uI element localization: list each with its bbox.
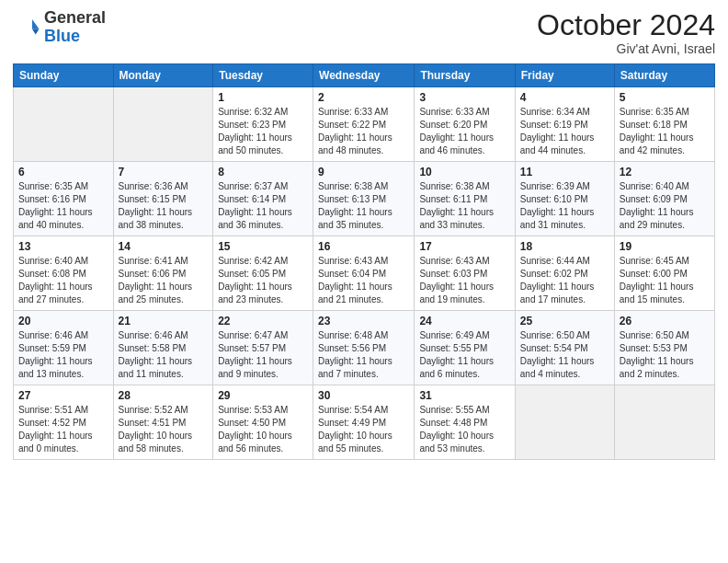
calendar-cell: 9Sunrise: 6:38 AM Sunset: 6:13 PM Daylig… [313,162,415,236]
day-info: Sunrise: 6:40 AM Sunset: 6:08 PM Dayligh… [18,255,108,306]
calendar-cell: 1Sunrise: 6:32 AM Sunset: 6:23 PM Daylig… [213,87,313,162]
day-info: Sunrise: 6:44 AM Sunset: 6:02 PM Dayligh… [520,255,609,306]
day-number: 22 [218,315,308,327]
calendar-cell: 7Sunrise: 6:36 AM Sunset: 6:15 PM Daylig… [113,162,213,236]
day-number: 6 [18,166,108,178]
calendar-cell: 13Sunrise: 6:40 AM Sunset: 6:08 PM Dayli… [14,236,114,311]
calendar-cell: 29Sunrise: 5:53 AM Sunset: 4:50 PM Dayli… [213,385,313,460]
calendar-cell: 30Sunrise: 5:54 AM Sunset: 4:49 PM Dayli… [313,385,415,460]
day-info: Sunrise: 6:35 AM Sunset: 6:16 PM Dayligh… [18,180,108,232]
calendar-cell: 15Sunrise: 6:42 AM Sunset: 6:05 PM Dayli… [213,236,313,311]
calendar-week-row: 6Sunrise: 6:35 AM Sunset: 6:16 PM Daylig… [14,162,715,236]
day-info: Sunrise: 6:40 AM Sunset: 6:09 PM Dayligh… [620,180,710,232]
calendar-cell: 17Sunrise: 6:43 AM Sunset: 6:03 PM Dayli… [415,236,515,311]
day-number: 3 [419,91,509,104]
calendar-cell: 31Sunrise: 5:55 AM Sunset: 4:48 PM Dayli… [415,385,515,460]
calendar-cell: 28Sunrise: 5:52 AM Sunset: 4:51 PM Dayli… [113,385,213,460]
day-number: 4 [520,91,609,104]
calendar-cell: 5Sunrise: 6:35 AM Sunset: 6:18 PM Daylig… [614,87,714,162]
day-info: Sunrise: 6:46 AM Sunset: 5:59 PM Dayligh… [18,329,108,381]
day-info: Sunrise: 6:34 AM Sunset: 6:19 PM Dayligh… [520,106,609,157]
day-number: 10 [419,166,509,178]
day-number: 16 [318,240,409,253]
calendar-header-tuesday: Tuesday [213,64,313,87]
calendar-cell: 26Sunrise: 6:50 AM Sunset: 5:53 PM Dayli… [614,311,714,385]
day-info: Sunrise: 6:32 AM Sunset: 6:23 PM Dayligh… [218,106,308,157]
day-info: Sunrise: 6:48 AM Sunset: 5:56 PM Dayligh… [318,329,409,381]
location-title: Giv'at Avni, Israel [537,41,715,56]
calendar-cell: 12Sunrise: 6:40 AM Sunset: 6:09 PM Dayli… [614,162,714,236]
day-number: 13 [18,240,108,253]
day-number: 20 [18,315,108,327]
day-info: Sunrise: 6:37 AM Sunset: 6:14 PM Dayligh… [218,180,308,232]
logo-icon [13,14,40,41]
calendar-cell: 19Sunrise: 6:45 AM Sunset: 6:00 PM Dayli… [614,236,714,311]
logo: General Blue [13,9,106,46]
day-info: Sunrise: 6:42 AM Sunset: 6:05 PM Dayligh… [218,255,308,306]
day-number: 27 [18,389,108,402]
calendar-cell [515,385,614,460]
day-info: Sunrise: 6:49 AM Sunset: 5:55 PM Dayligh… [419,329,509,381]
day-number: 31 [419,389,509,402]
calendar-cell: 4Sunrise: 6:34 AM Sunset: 6:19 PM Daylig… [515,87,614,162]
day-info: Sunrise: 6:39 AM Sunset: 6:10 PM Dayligh… [520,180,609,232]
day-number: 2 [318,91,409,104]
day-info: Sunrise: 6:46 AM Sunset: 5:58 PM Dayligh… [119,329,209,381]
calendar-cell: 22Sunrise: 6:47 AM Sunset: 5:57 PM Dayli… [213,311,313,385]
day-number: 15 [218,240,308,253]
calendar-header-row: SundayMondayTuesdayWednesdayThursdayFrid… [14,64,715,87]
day-number: 24 [419,315,509,327]
day-info: Sunrise: 5:51 AM Sunset: 4:52 PM Dayligh… [18,404,108,455]
day-number: 29 [218,389,308,402]
day-number: 21 [119,315,209,327]
day-number: 19 [620,240,710,253]
day-info: Sunrise: 6:43 AM Sunset: 6:03 PM Dayligh… [419,255,509,306]
calendar-cell: 8Sunrise: 6:37 AM Sunset: 6:14 PM Daylig… [213,162,313,236]
header: General Blue October 2024 Giv'at Avni, I… [13,9,715,56]
calendar-cell: 27Sunrise: 5:51 AM Sunset: 4:52 PM Dayli… [14,385,114,460]
calendar-header-saturday: Saturday [614,64,714,87]
day-number: 5 [620,91,710,104]
page: General Blue October 2024 Giv'at Avni, I… [0,0,728,563]
calendar-cell [14,87,114,162]
day-number: 12 [620,166,710,178]
day-info: Sunrise: 6:38 AM Sunset: 6:13 PM Dayligh… [318,180,409,232]
calendar-header-sunday: Sunday [14,64,114,87]
day-info: Sunrise: 6:35 AM Sunset: 6:18 PM Dayligh… [620,106,710,157]
calendar-header-friday: Friday [515,64,614,87]
day-info: Sunrise: 5:54 AM Sunset: 4:49 PM Dayligh… [318,404,409,455]
day-info: Sunrise: 6:43 AM Sunset: 6:04 PM Dayligh… [318,255,409,306]
calendar-cell [614,385,714,460]
calendar-week-row: 27Sunrise: 5:51 AM Sunset: 4:52 PM Dayli… [14,385,715,460]
logo-blue: Blue [44,27,80,45]
day-number: 28 [119,389,209,402]
calendar-cell: 21Sunrise: 6:46 AM Sunset: 5:58 PM Dayli… [113,311,213,385]
day-number: 26 [620,315,710,327]
calendar-cell: 3Sunrise: 6:33 AM Sunset: 6:20 PM Daylig… [415,87,515,162]
calendar-header-wednesday: Wednesday [313,64,415,87]
title-block: October 2024 Giv'at Avni, Israel [537,9,715,56]
day-number: 23 [318,315,409,327]
calendar-cell: 24Sunrise: 6:49 AM Sunset: 5:55 PM Dayli… [415,311,515,385]
calendar-cell: 18Sunrise: 6:44 AM Sunset: 6:02 PM Dayli… [515,236,614,311]
calendar-cell: 16Sunrise: 6:43 AM Sunset: 6:04 PM Dayli… [313,236,415,311]
svg-marker-0 [32,19,40,29]
calendar-header-thursday: Thursday [415,64,515,87]
calendar-week-row: 1Sunrise: 6:32 AM Sunset: 6:23 PM Daylig… [14,87,715,162]
day-number: 8 [218,166,308,178]
day-info: Sunrise: 6:50 AM Sunset: 5:54 PM Dayligh… [520,329,609,381]
day-number: 14 [119,240,209,253]
day-info: Sunrise: 5:52 AM Sunset: 4:51 PM Dayligh… [119,404,209,455]
calendar-cell: 2Sunrise: 6:33 AM Sunset: 6:22 PM Daylig… [313,87,415,162]
day-info: Sunrise: 6:41 AM Sunset: 6:06 PM Dayligh… [119,255,209,306]
day-number: 7 [119,166,209,178]
calendar-week-row: 13Sunrise: 6:40 AM Sunset: 6:08 PM Dayli… [14,236,715,311]
calendar-week-row: 20Sunrise: 6:46 AM Sunset: 5:59 PM Dayli… [14,311,715,385]
calendar-cell: 10Sunrise: 6:38 AM Sunset: 6:11 PM Dayli… [415,162,515,236]
day-info: Sunrise: 6:33 AM Sunset: 6:22 PM Dayligh… [318,106,409,157]
calendar-cell: 25Sunrise: 6:50 AM Sunset: 5:54 PM Dayli… [515,311,614,385]
calendar-cell: 14Sunrise: 6:41 AM Sunset: 6:06 PM Dayli… [113,236,213,311]
day-info: Sunrise: 6:45 AM Sunset: 6:00 PM Dayligh… [620,255,710,306]
calendar-table: SundayMondayTuesdayWednesdayThursdayFrid… [13,63,715,460]
day-number: 30 [318,389,409,402]
